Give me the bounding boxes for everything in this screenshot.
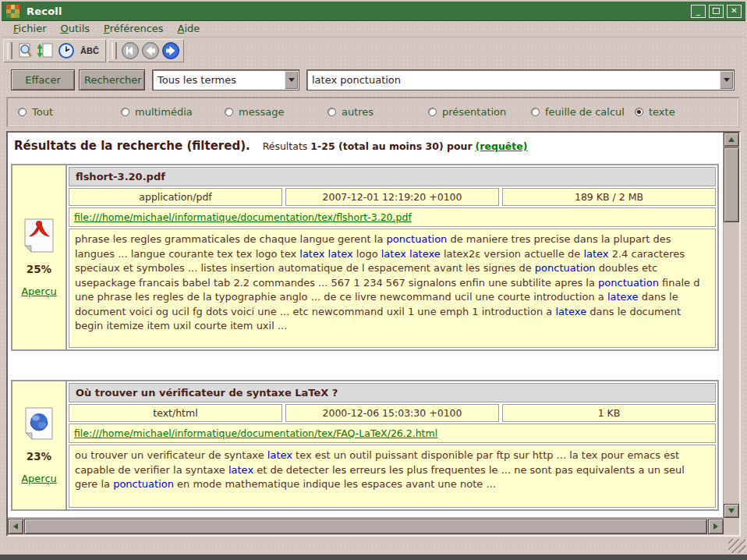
result-size: 189 KB / 2 MB <box>502 188 716 206</box>
filter-presentation[interactable]: présentation <box>428 106 506 118</box>
clear-button[interactable]: Effacer <box>11 69 75 90</box>
result-url-link[interactable]: file:///home/michael/informatique/docume… <box>74 427 437 439</box>
result-url-row: file:///home/michael/informatique/docume… <box>69 207 716 227</box>
chevron-down-icon[interactable] <box>720 71 733 89</box>
horizontal-scroll-thumb[interactable] <box>24 519 707 534</box>
result-title: Où trouver un vérificateur de syntaxe La… <box>69 383 716 402</box>
preview-link[interactable]: Aperçu <box>21 285 57 297</box>
menu-preferences[interactable]: Préférences <box>97 21 170 36</box>
arrow-up-icon <box>728 137 735 142</box>
radio-icon[interactable] <box>531 108 540 116</box>
results-frame: Résultats de la recherche (filtered). Ré… <box>6 131 741 537</box>
query-details-link[interactable]: (requête) <box>476 140 528 152</box>
history-clock-icon <box>58 42 75 59</box>
term-explorer-button[interactable]: ÂBĈ <box>76 41 103 61</box>
horizontal-scrollbar[interactable] <box>8 517 724 535</box>
result-date: 2007-12-01 12:19:20 +0100 <box>285 188 499 206</box>
maximize-button[interactable] <box>709 5 724 18</box>
result-item: 25% Aperçu flshort-3.20.pdf application/… <box>11 164 719 351</box>
results-header: Résultats de la recherche (filtered). Ré… <box>14 139 724 153</box>
result-snippet: phrase les regles grammaticales de chaqu… <box>69 229 716 348</box>
relevance-percent: 25% <box>27 263 51 275</box>
radio-icon[interactable] <box>635 108 643 116</box>
vertical-scroll-thumb[interactable] <box>724 147 739 222</box>
menu-bar: Fichier Outils Préférences Aide <box>2 20 745 37</box>
filter-message[interactable]: message <box>225 106 284 118</box>
toolbar-grip[interactable] <box>7 42 12 59</box>
menu-fichier[interactable]: Fichier <box>6 21 54 36</box>
vertical-scrollbar[interactable] <box>723 133 739 518</box>
scroll-down-button[interactable] <box>724 504 739 518</box>
maximize-icon <box>713 8 720 14</box>
relevance-percent: 23% <box>27 450 51 463</box>
toolbar: ÂBĈ <box>3 39 184 64</box>
result-url-link[interactable]: file:///home/michael/informatique/docume… <box>74 211 412 223</box>
window-title: Recoll <box>27 5 62 17</box>
result-side-panel: 25% Aperçu <box>12 165 67 349</box>
chevron-down-icon[interactable] <box>285 71 298 89</box>
sort-documents-icon <box>37 42 55 59</box>
toolbar-grip[interactable] <box>112 42 117 59</box>
filter-texte[interactable]: texte <box>635 106 675 118</box>
toolbar-group-tools: ÂBĈ <box>3 39 106 62</box>
preview-link[interactable]: Aperçu <box>21 473 57 484</box>
filter-autres[interactable]: autres <box>327 106 374 118</box>
filter-multimedia[interactable]: multimédia <box>121 106 193 118</box>
document-preview-icon <box>17 42 34 59</box>
resize-grip[interactable] <box>728 539 745 553</box>
result-side-panel: 23% Aperçu <box>12 381 67 509</box>
results-summary-prefix: Résultats <box>263 140 308 152</box>
menu-outils[interactable]: Outils <box>54 21 97 36</box>
recoll-window: Recoll _ ✕ Fichier Outils Préférences Ai… <box>0 0 747 560</box>
search-mode-select[interactable]: Tous les termes <box>152 69 299 90</box>
close-button[interactable]: ✕ <box>727 5 742 18</box>
search-mode-value: Tous les termes <box>153 74 285 86</box>
results-summary-range: 1-25 (total au moins 30) pour <box>310 140 472 152</box>
radio-icon[interactable] <box>121 108 129 116</box>
first-page-icon <box>121 41 140 60</box>
sort-documents-button[interactable] <box>36 41 56 61</box>
result-date: 2000-12-06 15:03:30 +0100 <box>285 404 499 422</box>
filter-tout[interactable]: Tout <box>18 106 53 118</box>
query-input[interactable]: latex ponctuation <box>306 69 735 90</box>
radio-icon[interactable] <box>428 108 437 116</box>
minimize-button[interactable]: _ <box>691 5 706 18</box>
filter-feuille-de-calcul[interactable]: feuille de calcul <box>531 106 625 118</box>
result-mime: text/html <box>69 404 282 422</box>
window-bottom-edge <box>0 555 747 560</box>
result-meta-row: text/html 2000-12-06 15:03:30 +0100 1 KB <box>69 404 716 422</box>
title-bar[interactable]: Recoll _ ✕ <box>2 2 745 21</box>
result-size: 1 KB <box>502 404 716 422</box>
history-clock-button[interactable] <box>56 41 76 61</box>
radio-icon[interactable] <box>327 108 336 116</box>
menu-aide[interactable]: Aide <box>171 21 207 36</box>
next-page-icon <box>161 41 180 60</box>
previous-page-button[interactable] <box>140 41 161 61</box>
radio-icon[interactable] <box>225 108 233 116</box>
search-button[interactable]: Rechercher <box>79 69 145 90</box>
pdf-document-icon <box>23 218 55 253</box>
result-url-row: file:///home/michael/informatique/docume… <box>69 424 716 443</box>
search-row: Effacer Rechercher Tous les termes latex… <box>0 69 747 92</box>
scroll-right-button[interactable] <box>708 519 724 534</box>
result-item: 23% Aperçu Où trouver un vérificateur de… <box>11 380 719 511</box>
arrow-right-icon <box>713 523 718 530</box>
query-value: latex ponctuation <box>307 74 720 86</box>
next-page-button[interactable] <box>161 41 181 61</box>
scroll-up-button[interactable] <box>724 133 739 147</box>
result-mime: application/pdf <box>69 188 282 206</box>
recoll-app-icon <box>6 5 19 18</box>
arrow-down-icon <box>728 509 735 513</box>
arrow-left-icon <box>13 523 18 530</box>
first-page-button[interactable] <box>120 41 140 61</box>
result-details: Où trouver un vérificateur de syntaxe La… <box>67 381 717 509</box>
term-explorer-icon: ÂBĈ <box>80 46 99 55</box>
document-preview-button[interactable] <box>16 41 36 61</box>
previous-page-icon <box>141 41 160 60</box>
scroll-left-button[interactable] <box>8 519 23 534</box>
results-title: Résultats de la recherche (filtered). <box>14 139 250 153</box>
html-document-icon <box>23 407 55 440</box>
radio-icon[interactable] <box>18 108 27 116</box>
category-filter-frame: Tout multimédia message autres présentat… <box>6 97 739 127</box>
result-meta-row: application/pdf 2007-12-01 12:19:20 +010… <box>69 188 716 206</box>
